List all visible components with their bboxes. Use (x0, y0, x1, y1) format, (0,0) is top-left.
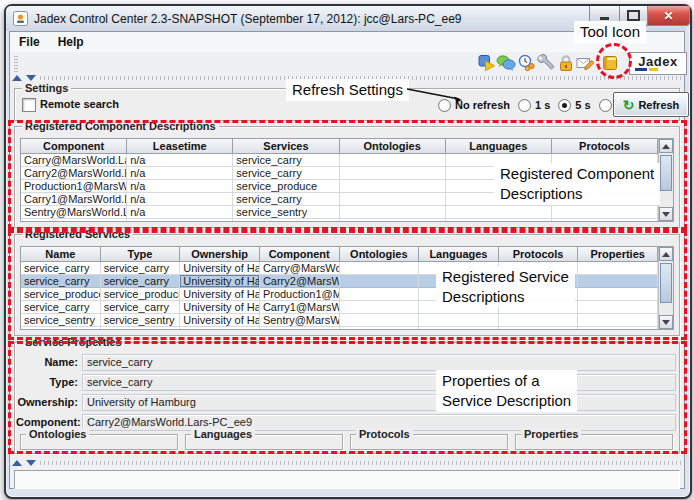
table-cell[interactable]: service_carry (21, 301, 101, 314)
table-cell[interactable]: Carry@MarsWor... (260, 262, 340, 275)
column-header[interactable]: Component (21, 139, 127, 154)
collapse-down-icon[interactable] (26, 460, 36, 466)
table-cell[interactable] (552, 154, 658, 167)
table-cell[interactable]: service_carry (21, 262, 101, 275)
scroll-down-button[interactable] (659, 315, 673, 329)
minimize-button[interactable] (589, 6, 620, 26)
table-cell[interactable]: service_carry (21, 275, 101, 288)
scroll-up-button[interactable] (659, 139, 673, 153)
radio-button[interactable] (518, 99, 531, 112)
column-header[interactable]: Ontologies (340, 139, 446, 154)
table-cell[interactable] (578, 314, 658, 327)
table-cell[interactable] (578, 262, 658, 275)
table-cell[interactable] (340, 262, 420, 275)
table-cell[interactable] (499, 327, 579, 330)
column-header[interactable]: Services (233, 139, 339, 154)
column-header[interactable]: Protocols (552, 139, 658, 154)
table-cell[interactable]: n/a (127, 180, 233, 193)
table-cell[interactable]: University of Ha... (180, 288, 260, 301)
table-cell[interactable] (499, 275, 579, 288)
table-cell[interactable]: Carry1@MarsWorld.La... (21, 193, 127, 206)
table-row[interactable]: Sentry@MarsWorld.La...n/aservice_sentry (21, 206, 658, 219)
table-cell[interactable]: service_sentry (101, 314, 181, 327)
table-row[interactable]: service_carryservice_carryUniversity of … (21, 301, 658, 314)
table-cell[interactable]: n/a (127, 206, 233, 219)
table-cell[interactable]: University of Ha... (180, 301, 260, 314)
table-cell[interactable] (552, 219, 658, 222)
conversation-icon[interactable] (496, 53, 516, 73)
title-bar[interactable]: Jadex Control Center 2.3-SNAPSHOT (Septe… (6, 6, 686, 31)
table-cell[interactable]: service_produce (233, 219, 339, 222)
column-header[interactable]: Ownership (180, 247, 260, 262)
refresh-button[interactable]: Refresh (613, 92, 689, 117)
table-cell[interactable] (340, 219, 446, 222)
table-cell[interactable]: service_carry (101, 275, 181, 288)
table-cell[interactable]: service_carry (233, 193, 339, 206)
table-cell[interactable] (419, 327, 499, 330)
table-cell[interactable] (578, 288, 658, 301)
table-row[interactable]: service_produceservice_produceUniversity… (21, 288, 658, 301)
scroll-up-button[interactable] (659, 247, 673, 261)
table-cell[interactable]: University of Ha... (180, 314, 260, 327)
table-cell[interactable]: Sentry@MarsWorld.La... (21, 206, 127, 219)
table-cell[interactable] (499, 262, 579, 275)
table-cell[interactable] (446, 206, 552, 219)
remote-search-checkbox[interactable] (22, 98, 36, 112)
split-divider-bottom[interactable] (10, 459, 684, 467)
column-header[interactable]: Name (21, 247, 101, 262)
tools-icon[interactable] (537, 53, 557, 73)
table-cell[interactable] (340, 327, 420, 330)
column-header[interactable]: Properties (578, 247, 658, 262)
table-cell[interactable]: service_produce (101, 288, 181, 301)
table-cell[interactable]: service_carry (233, 154, 339, 167)
table-cell[interactable] (340, 206, 446, 219)
field-value[interactable]: service_carry (82, 354, 676, 371)
radio-button[interactable] (558, 99, 571, 112)
table-cell[interactable] (340, 314, 420, 327)
table-cell[interactable]: service_produce (21, 288, 101, 301)
table-row[interactable]: Production1@MarsWo...n/aservice_produce (21, 180, 658, 193)
collapse-up-icon[interactable] (12, 460, 22, 466)
radio-button[interactable] (599, 99, 612, 112)
table-cell[interactable]: University of Ha... (180, 327, 260, 330)
scrollbar-thumb[interactable] (660, 263, 672, 303)
table-cell[interactable]: Carry2@MarsW... (260, 275, 340, 288)
column-header[interactable]: Languages (446, 139, 552, 154)
table-cell[interactable] (552, 167, 658, 180)
scrollbar-thumb[interactable] (660, 155, 672, 191)
table-cell[interactable]: n/a (127, 167, 233, 180)
maximize-button[interactable] (619, 6, 648, 26)
table-cell[interactable]: Carry@MarsWorld.Lar... (21, 154, 127, 167)
table-cell[interactable]: Production1@MarsWo... (21, 180, 127, 193)
close-button[interactable]: ✕ (647, 6, 690, 26)
table-cell[interactable]: service_sentry (21, 314, 101, 327)
table-cell[interactable] (552, 206, 658, 219)
table-row[interactable]: service_carryservice_carryUniversity of … (21, 262, 658, 275)
table-row[interactable]: service_sentryservice_sentryUniversity o… (21, 314, 658, 327)
table-cell[interactable] (552, 180, 658, 193)
toolbar-grip[interactable] (14, 55, 18, 72)
table-row[interactable]: Carry1@MarsWorld.La...n/aservice_carry (21, 193, 658, 206)
table-cell[interactable] (340, 301, 420, 314)
table-cell[interactable]: n/a (127, 193, 233, 206)
collapse-up-icon[interactable] (12, 75, 22, 81)
table-cell[interactable]: service_produce (21, 327, 101, 330)
table-cell[interactable] (340, 154, 446, 167)
field-value[interactable]: service_carry (82, 374, 676, 391)
table-cell[interactable]: Carry1@MarsW... (260, 301, 340, 314)
column-header[interactable]: Type (101, 247, 181, 262)
table-cell[interactable] (340, 180, 446, 193)
column-header[interactable]: Ontologies (340, 247, 420, 262)
table-cell[interactable] (340, 288, 420, 301)
table-cell[interactable] (446, 219, 552, 222)
table-cell[interactable]: Sentry@MarsW... (260, 314, 340, 327)
table-row[interactable]: Production2@MarsWo...n/aservice_produce (21, 219, 658, 222)
table-cell[interactable] (419, 275, 499, 288)
table-row[interactable]: service_produceservice_produceUniversity… (21, 327, 658, 330)
table-row[interactable]: Carry@MarsWorld.Lar...n/aservice_carry (21, 154, 658, 167)
table-cell[interactable] (340, 167, 446, 180)
awareness-icon[interactable] (517, 53, 537, 73)
collapse-down-icon[interactable] (26, 75, 36, 81)
starter-icon[interactable] (477, 53, 497, 73)
table-cell[interactable] (446, 167, 552, 180)
